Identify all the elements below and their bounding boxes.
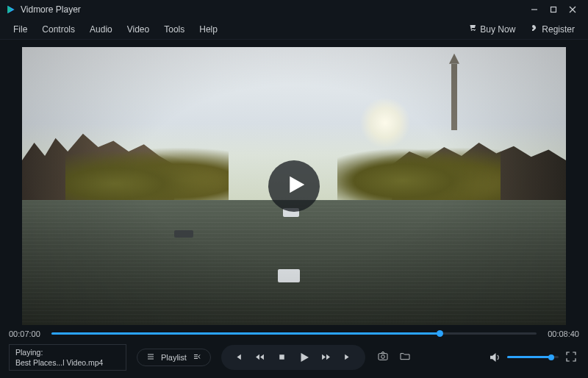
forward-button[interactable]: [317, 348, 336, 367]
menu-video[interactable]: Video: [120, 24, 157, 35]
open-folder-button[interactable]: [398, 350, 412, 365]
svg-rect-7: [280, 355, 285, 360]
close-button[interactable]: [563, 2, 582, 17]
svg-marker-8: [301, 353, 309, 362]
stop-button[interactable]: [273, 348, 292, 367]
now-playing-filename: Best Places...l Video.mp4: [15, 357, 120, 368]
menu-file[interactable]: File: [6, 24, 35, 35]
minimize-button[interactable]: [525, 2, 544, 17]
playlist-toggle-icon: [193, 352, 201, 363]
maximize-button[interactable]: [544, 2, 563, 17]
timeline-row: 00:07:00 00:08:40: [0, 328, 588, 341]
title-bar: Vidmore Player: [0, 0, 588, 19]
playlist-label: Playlist: [161, 353, 187, 362]
volume-thumb[interactable]: [548, 354, 554, 360]
svg-rect-3: [551, 7, 556, 13]
playlist-button[interactable]: Playlist: [137, 349, 211, 366]
fullscreen-icon: [564, 353, 578, 365]
volume-fill: [507, 356, 551, 358]
volume-group: [488, 350, 579, 365]
app-title: Vidmore Player: [21, 4, 81, 15]
next-button[interactable]: [339, 348, 358, 367]
capture-group: [376, 350, 412, 365]
key-icon: [530, 24, 539, 35]
volume-icon: [488, 354, 501, 366]
menu-tools[interactable]: Tools: [157, 24, 192, 35]
buy-now-button[interactable]: Buy Now: [461, 24, 523, 35]
svg-rect-9: [379, 353, 387, 360]
seek-thumb[interactable]: [437, 330, 443, 337]
buy-now-label: Buy Now: [480, 24, 515, 35]
folder-icon: [399, 350, 411, 365]
menu-audio[interactable]: Audio: [82, 24, 120, 35]
menu-help[interactable]: Help: [192, 24, 225, 35]
menu-controls[interactable]: Controls: [35, 24, 82, 35]
video-viewport[interactable]: [22, 47, 566, 325]
rewind-button[interactable]: [251, 348, 270, 367]
seek-bar[interactable]: [51, 329, 537, 338]
camera-icon: [377, 350, 389, 365]
fullscreen-button[interactable]: [564, 350, 579, 365]
transport-controls: [221, 345, 365, 370]
svg-marker-6: [290, 176, 304, 193]
controls-row: Playing: Best Places...l Video.mp4 Playl…: [0, 341, 588, 378]
volume-slider[interactable]: [507, 354, 559, 361]
snapshot-button[interactable]: [376, 350, 390, 365]
menu-bar: File Controls Audio Video Tools Help Buy…: [0, 19, 588, 40]
play-overlay-button[interactable]: [268, 160, 320, 212]
register-label: Register: [542, 24, 575, 35]
list-icon: [146, 352, 155, 363]
previous-button[interactable]: [229, 348, 248, 367]
now-playing-panel: Playing: Best Places...l Video.mp4: [9, 344, 126, 371]
seek-fill: [51, 332, 440, 335]
register-button[interactable]: Register: [523, 24, 582, 35]
svg-point-10: [381, 354, 385, 358]
cart-icon: [468, 24, 477, 35]
play-button[interactable]: [295, 348, 314, 367]
play-icon: [282, 174, 307, 199]
total-time: 00:08:40: [544, 329, 579, 338]
now-playing-label: Playing:: [15, 347, 120, 357]
current-time: 00:07:00: [9, 329, 44, 338]
app-logo: [6, 4, 16, 15]
volume-button[interactable]: [488, 351, 501, 364]
svg-marker-1: [7, 6, 12, 14]
